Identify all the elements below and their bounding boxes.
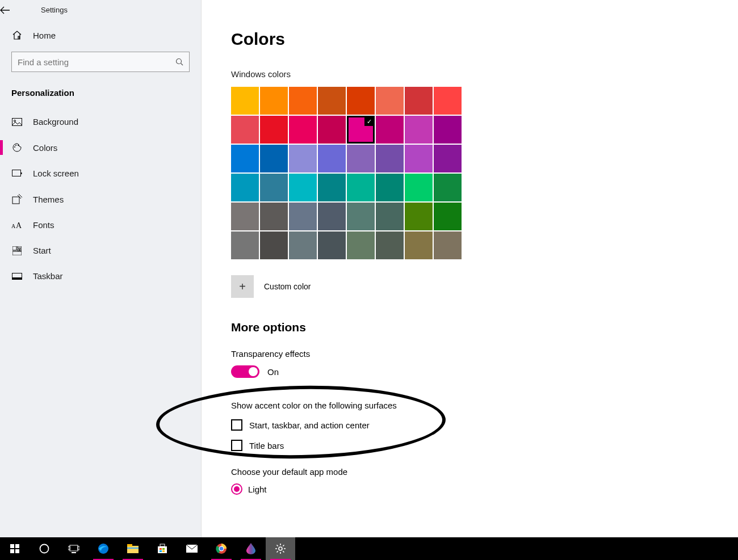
sidebar-item-label: Start (33, 246, 51, 255)
sidebar-item-background[interactable]: Background (0, 109, 201, 134)
sidebar-item-colors[interactable]: Colors (0, 134, 201, 161)
color-swatch[interactable] (347, 231, 375, 259)
color-swatch[interactable] (376, 231, 404, 259)
color-swatch[interactable] (318, 87, 346, 115)
color-swatch[interactable] (347, 203, 375, 230)
back-button[interactable] (0, 6, 27, 14)
color-swatch[interactable] (405, 116, 433, 144)
svg-rect-14 (20, 249, 22, 251)
radio-light[interactable] (231, 483, 242, 495)
microsoft-store-icon (157, 544, 167, 554)
color-swatch[interactable] (289, 145, 317, 172)
color-swatch[interactable] (434, 203, 462, 230)
checkbox-start-row[interactable]: Start, taskbar, and action center (231, 419, 738, 431)
plus-icon[interactable]: + (231, 275, 254, 298)
color-swatch[interactable] (231, 174, 259, 201)
color-swatch[interactable] (289, 87, 317, 115)
radio-light-label: Light (248, 485, 267, 494)
mail-taskbar-button[interactable] (177, 537, 207, 560)
color-swatch[interactable] (260, 145, 288, 172)
cortana-taskbar-button[interactable] (30, 537, 59, 560)
color-swatch[interactable] (434, 116, 462, 144)
color-swatch[interactable] (318, 231, 346, 259)
color-swatch[interactable] (260, 116, 288, 144)
color-swatch[interactable] (289, 203, 317, 230)
color-swatch[interactable] (376, 203, 404, 230)
sidebar-nav-list: BackgroundColorsLock screenThemesAAFonts… (0, 109, 201, 289)
color-swatch[interactable] (376, 174, 404, 201)
start-menu-taskbar-button[interactable] (0, 537, 30, 560)
color-swatch[interactable] (405, 174, 433, 201)
svg-point-0 (177, 59, 182, 64)
sidebar-item-fonts[interactable]: AAFonts (0, 212, 201, 238)
color-swatch[interactable] (289, 231, 317, 259)
color-swatch[interactable] (231, 231, 259, 259)
color-swatch[interactable] (231, 145, 259, 172)
color-swatch[interactable] (260, 203, 288, 230)
svg-point-3 (14, 146, 15, 148)
transparency-toggle[interactable] (231, 365, 259, 378)
home-label: Home (33, 31, 56, 40)
settings-taskbar-button[interactable] (266, 537, 295, 560)
svg-rect-30 (127, 548, 139, 549)
svg-rect-7 (21, 172, 22, 174)
accent-surfaces-label: Show accent color on the following surfa… (231, 401, 738, 410)
color-swatch[interactable] (376, 87, 404, 115)
color-swatch-grid: ✓ (231, 87, 738, 259)
default-mode-light-row[interactable]: Light (231, 483, 738, 495)
palette-icon (11, 142, 23, 153)
color-swatch[interactable] (260, 87, 288, 115)
color-swatch[interactable] (434, 174, 462, 201)
search-icon (175, 58, 183, 66)
color-swatch[interactable] (347, 145, 375, 172)
sidebar-item-lock-screen[interactable]: Lock screen (0, 161, 201, 186)
file-explorer-taskbar-button[interactable] (118, 537, 148, 560)
edge-browser-taskbar-button[interactable] (89, 537, 118, 560)
color-swatch[interactable] (347, 174, 375, 201)
color-swatch[interactable] (231, 87, 259, 115)
sidebar-item-start[interactable]: Start (0, 238, 201, 263)
color-swatch[interactable] (260, 231, 288, 259)
svg-point-5 (18, 145, 19, 146)
color-swatch[interactable] (260, 174, 288, 201)
svg-rect-6 (12, 170, 21, 176)
color-swatch[interactable] (289, 116, 317, 144)
color-swatch[interactable] (405, 231, 433, 259)
color-swatch[interactable] (231, 116, 259, 144)
sidebar: Settings Home Personalization Background… (0, 0, 202, 537)
microsoft-store-taskbar-button[interactable] (148, 537, 177, 560)
color-swatch[interactable] (405, 145, 433, 172)
color-swatch[interactable] (376, 116, 404, 144)
color-swatch[interactable] (318, 145, 346, 172)
color-swatch[interactable] (405, 203, 433, 230)
checkbox-titlebars[interactable] (231, 440, 242, 451)
color-swatch[interactable] (376, 145, 404, 172)
custom-color-row[interactable]: + Custom color (231, 275, 738, 298)
color-swatch[interactable]: ✓ (347, 116, 375, 144)
checkbox-start-label: Start, taskbar, and action center (249, 420, 370, 430)
color-swatch[interactable] (318, 116, 346, 144)
color-swatch[interactable] (289, 174, 317, 201)
sidebar-item-taskbar[interactable]: Taskbar (0, 263, 201, 289)
color-swatch[interactable] (347, 87, 375, 115)
task-view-taskbar-button[interactable] (59, 537, 89, 560)
color-swatch[interactable] (318, 174, 346, 201)
checkbox-start[interactable] (231, 419, 242, 431)
color-swatch[interactable] (434, 145, 462, 172)
chrome-browser-taskbar-button[interactable] (207, 537, 236, 560)
search-input[interactable] (18, 57, 170, 67)
color-swatch[interactable] (231, 203, 259, 230)
home-nav[interactable]: Home (0, 22, 201, 48)
sidebar-item-themes[interactable]: Themes (0, 186, 201, 212)
start-tiles-icon (11, 246, 23, 255)
paint3d-taskbar-button[interactable] (236, 537, 266, 560)
arrow-left-icon (0, 6, 27, 14)
color-swatch[interactable] (434, 87, 462, 115)
pen-square-icon (11, 194, 23, 204)
color-swatch[interactable] (405, 87, 433, 115)
search-box[interactable] (11, 52, 190, 72)
checkbox-titlebars-row[interactable]: Title bars (231, 440, 738, 451)
color-swatch[interactable] (434, 231, 462, 259)
settings-window: Settings Home Personalization Background… (0, 0, 738, 537)
color-swatch[interactable] (318, 203, 346, 230)
